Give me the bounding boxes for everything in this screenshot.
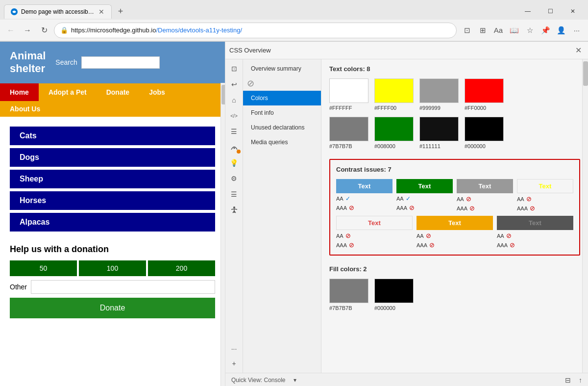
swatch-label-ffffff: #FFFFFF: [329, 105, 352, 111]
text-colors-title: Text colors: 8: [329, 65, 580, 73]
settings-gear-icon[interactable]: ⚙: [227, 171, 242, 186]
animal-dogs[interactable]: Dogs: [10, 148, 215, 167]
new-tab-button[interactable]: +: [114, 4, 127, 18]
animal-alpacas[interactable]: Alpacas: [10, 213, 215, 232]
nav-font-info[interactable]: Font info: [243, 105, 321, 120]
contrast-item-6[interactable]: Text AA ⊘ AAA ⊘: [416, 216, 493, 249]
color-swatch-000000[interactable]: #000000: [465, 117, 504, 149]
donate-50[interactable]: 50: [10, 260, 77, 276]
tab-close-button[interactable]: ✕: [98, 8, 105, 16]
swatch-label-7b7b7b: #7B7B7B: [329, 143, 352, 149]
webpage-scrollbar[interactable]: [220, 83, 225, 386]
contrast-aa-2: AA ✓: [396, 195, 453, 202]
expand-icon[interactable]: ↑: [579, 376, 582, 384]
aa-fail-7: ⊘: [506, 232, 512, 239]
quick-view-chevron-icon[interactable]: ▾: [294, 377, 296, 384]
color-swatch-008000[interactable]: #008000: [374, 117, 414, 149]
nav-media-queries[interactable]: Media queries: [243, 135, 321, 150]
contrast-item-3[interactable]: Text AA ⊘ AAA ⊘: [457, 179, 513, 212]
active-tab[interactable]: Demo page with accessibility issu ✕: [4, 4, 112, 19]
content-scrollbar[interactable]: [582, 59, 588, 373]
forward-button[interactable]: →: [21, 24, 34, 37]
contrast-aaa-7: AAA ⊘: [497, 241, 573, 249]
animal-cats[interactable]: Cats: [10, 127, 215, 145]
search-input[interactable]: [81, 56, 160, 69]
nav-about[interactable]: About Us: [0, 101, 50, 117]
maximize-button[interactable]: ☐: [539, 3, 562, 19]
contrast-grid-row1: Text AA ✓ AAA ⊘: [336, 179, 573, 212]
read-aloud-button[interactable]: Aa: [491, 23, 506, 38]
dock-icon[interactable]: ⊟: [565, 376, 571, 384]
url-bar[interactable]: 🔒 https://microsoftedge.github.io/Demos/…: [54, 23, 457, 38]
more-devtools-icon[interactable]: ···: [227, 341, 242, 356]
swatch-box-008000: [374, 117, 414, 141]
performance-icon[interactable]: 💡: [227, 155, 242, 170]
swatch-box-000000: [465, 117, 504, 141]
donate-submit-button[interactable]: Donate: [10, 298, 215, 318]
contrast-aa-5: AA ⊘: [336, 232, 413, 239]
devtools-close-button[interactable]: ✕: [572, 45, 584, 56]
contrast-item-1[interactable]: Text AA ✓ AAA ⊘: [336, 179, 392, 212]
element-icon[interactable]: ☰: [227, 124, 242, 139]
back-button[interactable]: ←: [4, 24, 18, 37]
profile-button[interactable]: 👤: [554, 23, 568, 38]
color-swatch-7b7b7b[interactable]: #7B7B7B: [329, 117, 368, 149]
nav-colors[interactable]: Colors: [243, 91, 321, 105]
aaa-fail-6b: ⊘: [429, 241, 435, 249]
color-swatch-111111[interactable]: #111111: [419, 117, 459, 149]
minimize-button[interactable]: —: [516, 3, 539, 19]
fill-swatch-7b7b7b[interactable]: #7B7B7B: [329, 279, 368, 311]
swatch-label-008000: #008000: [374, 143, 395, 149]
nav-overview-summary[interactable]: Overview summary: [243, 61, 321, 76]
more-button[interactable]: ···: [569, 23, 584, 38]
add-devtools-icon[interactable]: +: [227, 356, 242, 371]
devtools-content-scroll[interactable]: Text colors: 8 #FFFFFF #FFFF00 #99999: [321, 59, 588, 373]
home-devtools-icon[interactable]: ⌂: [227, 93, 242, 107]
animal-sheep[interactable]: Sheep: [10, 170, 215, 188]
swatch-label-ff0000: #FF0000: [465, 105, 486, 111]
css-overview-nav: Overview summary ⊘ Colors Font info Unus…: [243, 59, 321, 373]
refresh-button[interactable]: ↻: [37, 24, 51, 37]
nav-home[interactable]: Home: [0, 83, 39, 101]
aa-fail-6: ⊘: [426, 232, 431, 239]
swatch-label-999999: #999999: [419, 105, 441, 111]
fill-swatch-000000[interactable]: #000000: [374, 279, 414, 311]
favorites-button[interactable]: ☆: [522, 23, 537, 38]
collections-button[interactable]: 📌: [538, 23, 553, 38]
pointer-icon[interactable]: ⊡: [227, 61, 242, 76]
aaa-fail-4b: ⊘: [530, 205, 535, 212]
color-swatch-ffffff[interactable]: #FFFFFF: [329, 78, 368, 111]
swatch-label-111111: #111111: [419, 143, 441, 149]
contrast-aa-7: AA ⊘: [497, 232, 573, 239]
devtools-toolbar: CSS Overview ✕: [225, 42, 588, 59]
aaa-fail-1: ⊘: [349, 204, 354, 211]
contrast-item-4[interactable]: Text AA ⊘ AAA ⊘: [517, 179, 573, 212]
url-host: https://microsoftedge.github.io: [71, 26, 156, 34]
animal-horses[interactable]: Horses: [10, 191, 215, 210]
color-swatch-ff0000[interactable]: #FF0000: [465, 78, 504, 111]
contrast-item-7[interactable]: Text AA ⊘ AAA ⊘: [497, 216, 573, 249]
nav-jobs[interactable]: Jobs: [139, 83, 175, 101]
swatch-box-111111: [419, 117, 459, 141]
aa-check-1: ✓: [345, 195, 350, 202]
back-icon[interactable]: ↩: [227, 77, 242, 92]
swatch-box-ffff00: [374, 78, 414, 103]
color-swatch-999999[interactable]: #999999: [419, 78, 459, 111]
donation-other-input[interactable]: [31, 280, 215, 294]
nav-donate[interactable]: Donate: [97, 83, 139, 101]
contrast-item-2[interactable]: Text AA ✓ AAA ⊘: [396, 179, 453, 212]
network-icon[interactable]: [227, 140, 242, 154]
layers-icon[interactable]: ☰: [227, 187, 242, 202]
donate-200[interactable]: 200: [148, 260, 215, 276]
cast-button[interactable]: ⊡: [460, 23, 474, 38]
color-swatch-ffff00[interactable]: #FFFF00: [374, 78, 414, 111]
nav-unused-declarations[interactable]: Unused declarations: [243, 120, 321, 135]
donate-100[interactable]: 100: [79, 260, 146, 276]
nav-adopt[interactable]: Adopt a Pet: [39, 83, 97, 101]
grid-button[interactable]: ⊞: [475, 23, 490, 38]
accessibility-icon[interactable]: [227, 203, 242, 217]
contrast-item-5[interactable]: Text AA ⊘ AAA ⊘: [336, 216, 413, 249]
immersive-reader-button[interactable]: 📖: [507, 23, 521, 38]
close-button[interactable]: ✕: [562, 3, 584, 19]
source-icon[interactable]: </>: [227, 108, 242, 123]
